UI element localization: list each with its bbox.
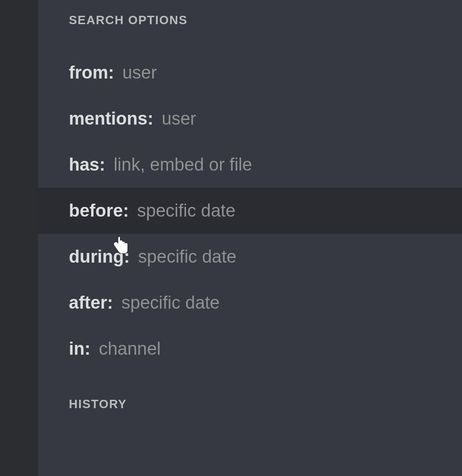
search-option-during[interactable]: during: specific date — [38, 234, 462, 280]
option-hint: specific date — [137, 201, 235, 221]
option-key: mentions: — [69, 109, 154, 129]
option-key: from: — [69, 63, 114, 83]
left-gutter — [0, 0, 38, 476]
option-hint: specific date — [121, 293, 220, 313]
option-hint: specific date — [138, 247, 236, 267]
search-option-in[interactable]: in: channel — [38, 326, 462, 372]
search-options-header: SEARCH OPTIONS — [38, 13, 462, 27]
option-key: before: — [69, 201, 129, 221]
option-hint: channel — [99, 339, 161, 359]
search-option-before[interactable]: before: specific date — [38, 188, 462, 234]
search-option-from[interactable]: from: user — [38, 50, 462, 96]
history-header: HISTORY — [38, 397, 462, 411]
search-option-has[interactable]: has: link, embed or file — [38, 142, 462, 188]
option-key: during: — [69, 247, 130, 267]
option-key: after: — [69, 293, 113, 313]
option-key: in: — [69, 339, 90, 359]
option-hint: user — [162, 109, 196, 129]
option-hint: user — [122, 63, 157, 83]
option-hint: link, embed or file — [114, 155, 252, 175]
search-options-panel: SEARCH OPTIONS from: user mentions: user… — [38, 0, 462, 476]
option-key: has: — [69, 155, 105, 175]
search-option-after[interactable]: after: specific date — [38, 280, 462, 326]
search-option-mentions[interactable]: mentions: user — [38, 96, 462, 142]
